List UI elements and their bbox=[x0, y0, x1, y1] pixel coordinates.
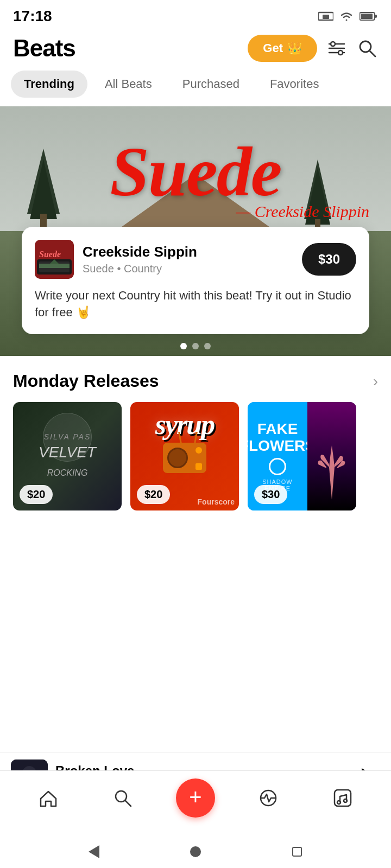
header-actions: Get 👑 bbox=[248, 35, 378, 62]
svg-point-40 bbox=[344, 799, 347, 802]
android-home-icon bbox=[190, 846, 201, 857]
nav-search[interactable] bbox=[101, 778, 144, 818]
android-recent-icon bbox=[292, 847, 302, 857]
music-icon bbox=[332, 788, 353, 808]
svg-line-11 bbox=[370, 51, 375, 56]
beat-title: Creekside Sippin bbox=[83, 244, 197, 260]
svg-rect-3 bbox=[375, 15, 377, 18]
cast-icon bbox=[318, 10, 333, 22]
hero-main-title: Suede bbox=[0, 136, 391, 207]
hero-text-area: Suede — Creekside Slippin bbox=[0, 136, 391, 221]
svg-rect-4 bbox=[361, 14, 373, 19]
svg-point-35 bbox=[116, 791, 127, 802]
tab-favorites[interactable]: Favorites bbox=[257, 71, 332, 98]
album-velvet-price: $20 bbox=[20, 485, 53, 504]
album-card-syrup[interactable]: syrup $20 Fourscore bbox=[130, 402, 239, 510]
beat-artist: Suede • Country bbox=[83, 263, 197, 275]
get-button[interactable]: Get 👑 bbox=[248, 35, 317, 62]
svg-point-8 bbox=[331, 42, 335, 46]
android-back-button[interactable] bbox=[87, 845, 100, 858]
section-more-arrow[interactable]: › bbox=[373, 373, 378, 390]
section-title: Monday Releases bbox=[13, 371, 159, 391]
beat-meta: Creekside Sippin Suede • Country bbox=[83, 244, 197, 275]
tab-purchased[interactable]: Purchased bbox=[169, 71, 253, 98]
app-title: Beats bbox=[13, 35, 75, 62]
crown-icon: 👑 bbox=[287, 41, 302, 55]
carousel-dot-1[interactable] bbox=[180, 343, 187, 349]
svg-point-10 bbox=[360, 41, 371, 52]
nav-home[interactable] bbox=[27, 778, 70, 818]
album-flowers-price: $30 bbox=[254, 485, 287, 504]
svg-point-9 bbox=[338, 50, 343, 55]
nav-add-button[interactable]: + bbox=[176, 778, 215, 818]
svg-rect-30 bbox=[39, 264, 70, 268]
wifi-icon bbox=[339, 10, 354, 22]
filter-icon[interactable] bbox=[326, 37, 348, 59]
featured-beat-card: Suede Creekside Sippin Suede • Country bbox=[22, 227, 369, 334]
bottom-nav: + bbox=[0, 770, 391, 835]
status-bar: 17:18 bbox=[0, 0, 391, 30]
tab-all-beats[interactable]: All Beats bbox=[92, 71, 165, 98]
monday-releases-section: Monday Releases › SILVA PAS VELVETROCKIN… bbox=[0, 356, 391, 524]
nav-search-icon bbox=[112, 788, 133, 808]
beat-card-top: Suede Creekside Sippin Suede • Country bbox=[35, 240, 356, 279]
album-syrup-badge: Fourscore bbox=[198, 497, 235, 506]
album-card-velvet[interactable]: SILVA PAS VELVETROCKING $20 bbox=[13, 402, 122, 510]
carousel-dots bbox=[180, 343, 211, 349]
nav-activity[interactable] bbox=[247, 778, 290, 818]
svg-rect-38 bbox=[335, 790, 351, 806]
battery-icon bbox=[360, 11, 378, 21]
nav-music[interactable] bbox=[321, 778, 364, 818]
svg-line-36 bbox=[125, 801, 131, 806]
album-syrup-price: $20 bbox=[137, 485, 170, 504]
carousel-dot-2[interactable] bbox=[192, 343, 199, 349]
svg-rect-1 bbox=[323, 15, 329, 19]
android-nav-bar bbox=[0, 835, 391, 868]
back-icon bbox=[89, 845, 99, 858]
beat-description: Write your next Country hit with this be… bbox=[35, 288, 356, 321]
android-home-button[interactable] bbox=[189, 845, 202, 858]
svg-text:Suede: Suede bbox=[39, 250, 61, 259]
status-icons bbox=[318, 10, 378, 22]
svg-point-39 bbox=[337, 801, 340, 804]
beat-card-info: Suede Creekside Sippin Suede • Country bbox=[35, 240, 197, 279]
carousel-dot-3[interactable] bbox=[204, 343, 211, 349]
tabs-bar: Trending All Beats Purchased Favorites bbox=[0, 71, 391, 106]
album-grid: SILVA PAS VELVETROCKING $20 syrup bbox=[13, 402, 378, 515]
search-icon[interactable] bbox=[356, 37, 378, 59]
beat-price-button[interactable]: $30 bbox=[302, 243, 356, 276]
home-icon bbox=[38, 788, 59, 808]
hero-banner: Suede — Creekside Slippin Suede bbox=[0, 106, 391, 356]
section-header: Monday Releases › bbox=[13, 371, 378, 391]
activity-icon bbox=[258, 788, 279, 808]
add-icon: + bbox=[189, 786, 201, 808]
beat-thumbnail: Suede bbox=[35, 240, 74, 279]
android-recent-button[interactable] bbox=[291, 845, 304, 858]
album-card-flowers[interactable]: FAKEFLOWERS SHADOW EMPIRE $30 bbox=[248, 402, 356, 510]
header: Beats Get 👑 bbox=[0, 30, 391, 71]
tab-trending[interactable]: Trending bbox=[11, 71, 87, 98]
status-time: 17:18 bbox=[13, 8, 52, 25]
